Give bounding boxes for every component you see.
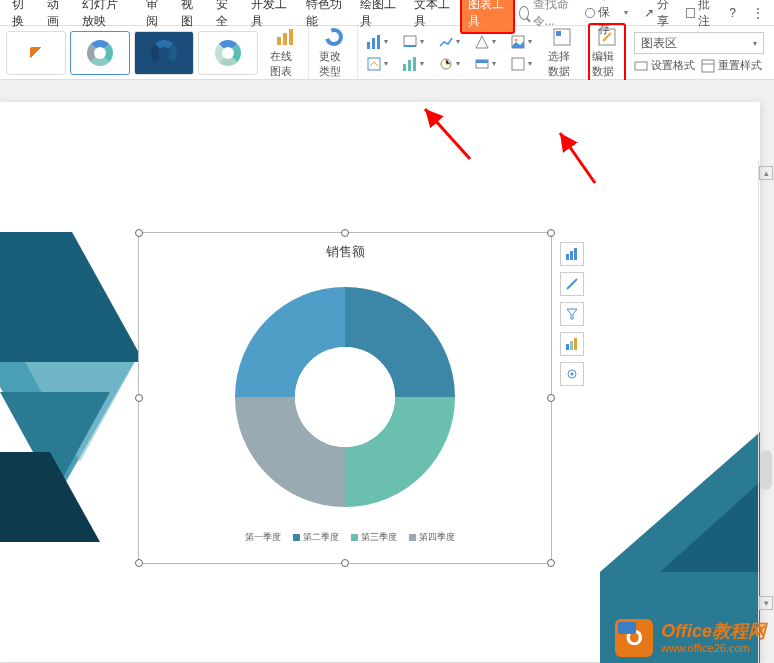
- svg-point-34: [571, 373, 574, 376]
- annotate-button[interactable]: 批注: [680, 0, 719, 32]
- chart-title[interactable]: 销售额: [139, 233, 551, 267]
- chart-fill-tool[interactable]: [560, 332, 584, 356]
- svg-rect-30: [566, 344, 569, 350]
- svg-rect-10: [403, 64, 406, 71]
- menu-texttools[interactable]: 文本工具: [406, 0, 460, 34]
- chart-filter-tool[interactable]: [560, 302, 584, 326]
- svg-rect-11: [408, 60, 411, 71]
- picture-btn[interactable]: ▾: [510, 34, 532, 50]
- cloud-icon: [585, 8, 594, 18]
- help-button[interactable]: ?: [723, 4, 742, 22]
- style-preset-3[interactable]: [134, 31, 194, 75]
- watermark: O Office教程网 www.office26.com: [615, 619, 766, 657]
- svg-rect-32: [574, 338, 577, 350]
- chart-side-tools: [560, 242, 584, 386]
- reset-style-button[interactable]: 重置样式: [701, 58, 762, 73]
- ribbon-icons-5: ▾ ▾: [504, 30, 538, 76]
- canvas-area: 销售额 第一季度 第二季度 第三季度 第四季度: [0, 80, 774, 663]
- chart-settings-tool[interactable]: [560, 362, 584, 386]
- resize-handle[interactable]: [341, 229, 349, 237]
- gridline-btn[interactable]: ▾: [402, 56, 424, 72]
- change-type-button[interactable]: 更改类型: [319, 27, 349, 79]
- svg-rect-28: [570, 251, 573, 260]
- legend-item[interactable]: 第一季度: [235, 531, 281, 544]
- ribbon-toolbar: 在线图表 更改类型 ▾ ▾ ▾ ▾ ▾ ▾ ▾ ▾ ▾ ▾ 选择数据 编辑数据: [0, 26, 774, 80]
- select-data-button[interactable]: 选择数据: [548, 27, 578, 79]
- ribbon-icons-1: ▾ ▾: [360, 30, 394, 76]
- watermark-url: www.office26.com: [661, 642, 766, 654]
- format-icon: [634, 59, 648, 73]
- style-preset-1[interactable]: [6, 31, 66, 75]
- svg-rect-2: [289, 29, 293, 45]
- shape-outline-btn[interactable]: ▾: [474, 56, 496, 72]
- style-preset-2[interactable]: [70, 31, 130, 75]
- resize-handle[interactable]: [341, 559, 349, 567]
- donut-chart[interactable]: [215, 267, 475, 527]
- online-chart-icon: [275, 27, 295, 47]
- axis-btn[interactable]: ▾: [402, 34, 424, 50]
- note-icon: [686, 8, 695, 18]
- svg-rect-12: [413, 57, 416, 71]
- menu-bar: 切换 动画 幻灯片放映 审阅 视图 安全 开发工具 特色功能 绘图工具 文本工具…: [0, 0, 774, 26]
- stylegroup-icon: [30, 47, 42, 59]
- legend-item[interactable]: 第四季度: [409, 531, 455, 544]
- share-icon: ↗: [644, 6, 654, 20]
- svg-point-18: [514, 38, 517, 41]
- scroll-up-button[interactable]: ▴: [759, 166, 773, 180]
- resize-handle[interactable]: [547, 394, 555, 402]
- textbox-btn[interactable]: ▾: [510, 56, 532, 72]
- decor-triangle: [660, 482, 760, 572]
- menu-drawtools[interactable]: 绘图工具: [352, 0, 406, 34]
- chart-object[interactable]: 销售额 第一季度 第二季度 第三季度 第四季度: [138, 232, 552, 564]
- resize-handle[interactable]: [547, 229, 555, 237]
- ribbon-icons-4: ▾ ▾: [468, 30, 502, 76]
- decor-triangle: [0, 452, 100, 542]
- set-format-button[interactable]: 设置格式: [634, 58, 695, 73]
- svg-rect-27: [566, 254, 569, 260]
- select-data-icon: [552, 27, 572, 47]
- svg-rect-16: [476, 60, 488, 63]
- slide[interactable]: 销售额 第一季度 第二季度 第三季度 第四季度: [0, 102, 760, 662]
- svg-rect-21: [556, 31, 561, 36]
- scroll-down-button[interactable]: ▾: [759, 596, 773, 610]
- svg-rect-7: [368, 58, 380, 70]
- resize-handle[interactable]: [547, 559, 555, 567]
- svg-rect-0: [277, 37, 281, 45]
- svg-rect-6: [377, 35, 380, 49]
- trendline-btn[interactable]: ▾: [438, 34, 460, 50]
- chart-element-btn[interactable]: ▾: [366, 56, 388, 72]
- chart-style-gallery: [4, 29, 260, 77]
- errorbar-btn[interactable]: ▾: [438, 56, 460, 72]
- chart-style-tool[interactable]: [560, 272, 584, 296]
- svg-rect-5: [372, 38, 375, 49]
- legend-item[interactable]: 第三季度: [351, 531, 397, 544]
- chart-area-combo[interactable]: 图表区 ▾: [634, 32, 764, 54]
- resize-handle[interactable]: [135, 229, 143, 237]
- decor-triangle: [0, 232, 144, 362]
- chart-elements-tool[interactable]: [560, 242, 584, 266]
- watermark-badge-icon: O: [615, 619, 653, 657]
- svg-marker-14: [476, 36, 488, 48]
- chart-layout-btn[interactable]: ▾: [366, 34, 388, 50]
- share-button[interactable]: ↗ 分享: [638, 0, 676, 32]
- menu-charttools[interactable]: 图表工具: [460, 0, 514, 34]
- edit-data-button[interactable]: 编辑数据: [592, 27, 622, 79]
- svg-point-3: [327, 30, 341, 44]
- vertical-scrollbar[interactable]: ▴ ▾: [758, 160, 774, 663]
- resize-handle[interactable]: [135, 559, 143, 567]
- scroll-thumb[interactable]: [760, 450, 772, 490]
- svg-rect-29: [574, 248, 577, 260]
- legend-item[interactable]: 第二季度: [293, 531, 339, 544]
- svg-rect-8: [404, 36, 416, 46]
- resize-handle[interactable]: [135, 394, 143, 402]
- reset-icon: [701, 59, 715, 73]
- svg-point-26: [295, 347, 395, 447]
- chart-legend[interactable]: 第一季度 第二季度 第三季度 第四季度: [139, 527, 551, 548]
- online-chart-button[interactable]: 在线图表: [270, 27, 300, 79]
- style-preset-4[interactable]: [198, 31, 258, 75]
- ribbon-icons-3: ▾ ▾: [432, 30, 466, 76]
- chevron-down-icon: ▾: [753, 39, 757, 48]
- shape-fill-btn[interactable]: ▾: [474, 34, 496, 50]
- svg-rect-4: [367, 42, 370, 49]
- more-button[interactable]: ⋮: [746, 4, 770, 22]
